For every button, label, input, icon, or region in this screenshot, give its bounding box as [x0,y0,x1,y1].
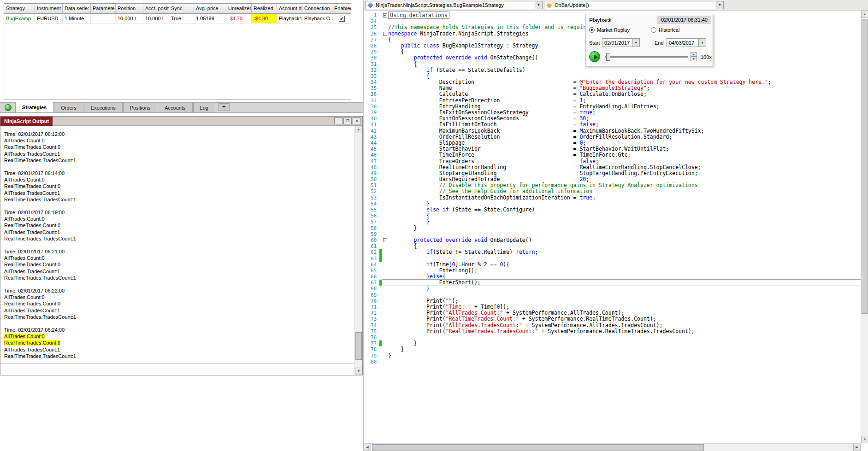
member-dropdown[interactable]: OnBarUpdate() ▼ [544,1,724,9]
scroll-left-icon[interactable]: ◀ [364,444,371,451]
output-scrollbar[interactable]: ▲ ▼ [354,126,362,375]
tab-log[interactable]: Log [193,103,215,112]
enabled-checkbox[interactable]: ✔ [339,16,345,22]
grid-cell[interactable]: BugExamp [4,14,35,23]
scroll-down-icon[interactable]: ▼ [861,436,868,443]
output-titlebar[interactable]: NinjaScript Output ─ ❐ ✕ [0,117,362,126]
scroll-thumb[interactable] [862,19,868,314]
grid-column-header[interactable]: Data serie: [63,4,91,14]
grid-cell[interactable]: 1 Minute [63,14,91,23]
code-line[interactable]: 77 } [364,340,861,346]
grid-cell[interactable]: -$4.70 [226,14,252,23]
grid-column-header[interactable]: Unrealized [226,4,252,14]
code-line[interactable]: 76 [364,334,861,340]
fold-toggle-icon[interactable]: - [382,31,388,37]
grid-cell[interactable]: 10,000 L [116,14,143,23]
grid-column-header[interactable]: Connection [302,4,332,14]
code-editor[interactable]: 1+Using declarations2425//This namespace… [364,11,861,443]
grid-cell[interactable]: 10,000 L [143,14,169,23]
fold-margin [382,49,388,55]
fold-toggle-icon[interactable]: + [382,12,388,18]
code-line[interactable]: 60- protected override void OnBarUpdate(… [364,237,861,243]
start-date-dropdown[interactable]: 02/01/2017 ▼ [602,38,640,47]
speed-slider-thumb[interactable] [606,53,610,61]
grid-cell[interactable] [91,14,116,23]
strategies-panel: StrategyInstrumentData serie:ParameterPo… [0,0,363,451]
tab-strategies[interactable]: Strategies [15,102,53,112]
line-number: 36 [364,91,379,97]
grid-cell[interactable]: True [169,14,194,23]
grid-column-header[interactable]: Account dis [277,4,302,14]
grid-column-header[interactable]: Strategy [4,4,35,14]
line-number: 64 [364,262,379,268]
restore-icon[interactable]: ❐ [343,117,352,124]
end-date-dropdown[interactable]: 04/03/2017 ▼ [667,38,706,47]
code-line[interactable]: 58 } [364,225,861,231]
spinner-up-icon[interactable]: ▲ [691,52,697,57]
code-line[interactable]: 67 EnterShort(); [364,280,861,286]
grid-cell[interactable]: Playback C [302,14,332,23]
code-line[interactable]: 53 IsInstantiatedOnEachOptimizationItera… [364,195,861,201]
tab-positions[interactable]: Positions [123,103,158,112]
playback-speed: 100x [701,54,712,60]
tab-orders[interactable]: Orders [54,103,83,112]
fold-margin [382,182,388,188]
grid-column-header[interactable]: Avg. price [194,4,226,14]
tab-executions[interactable]: Executions [84,103,123,112]
grid-cell[interactable]: EURUSD [35,14,63,23]
code-line[interactable]: 80 [364,359,861,365]
grid-cell[interactable]: ✔ [332,14,351,23]
chevron-down-icon[interactable]: ▼ [698,39,706,47]
grid-column-header[interactable]: Realized [252,4,277,14]
grid-column-header[interactable]: Acct. positi [143,4,169,14]
grid-column-header[interactable]: Parameter [91,4,116,14]
chevron-down-icon[interactable]: ▼ [535,1,542,9]
grid-cell[interactable]: 1.05199 [194,14,226,23]
market-replay-radio[interactable]: Market Replay [589,27,630,33]
fold-toggle-icon[interactable]: - [382,237,388,243]
line-number: 24 [364,18,379,24]
code-line[interactable]: 57 } [364,219,861,225]
speed-slider-track[interactable] [605,56,688,58]
code-line[interactable]: 55 else if (State == State.Configure) [364,207,861,213]
code-line[interactable]: 62 if(State != State.Realtime) return; [364,249,861,255]
editor-vscrollbar[interactable]: ▲ ▼ [861,11,868,443]
code-line[interactable]: 78 } [364,346,861,352]
editor-hscrollbar[interactable]: ◀ ▶ [364,443,861,451]
grid-data-row[interactable]: BugExampEURUSD1 Minute10,000 L10,000 LTr… [4,14,351,23]
code-line[interactable]: 68 } [364,286,861,292]
scroll-right-icon[interactable]: ▶ [853,444,861,451]
grid-column-header[interactable]: Enabled [332,4,351,14]
grid-column-header[interactable]: Position [116,4,143,14]
output-text[interactable]: Time: 02/01/2017 06:12:00AllTrades.Count… [4,131,352,375]
code-line[interactable]: 79} [364,353,861,359]
scroll-thumb[interactable] [372,444,704,451]
add-tab-button[interactable]: + [218,103,230,111]
minimize-icon[interactable]: ─ [334,117,342,124]
chevron-down-icon[interactable]: ▼ [632,39,639,47]
close-icon[interactable]: ✕ [353,117,361,124]
grid-cell[interactable]: Playback1( [277,14,302,23]
code-line[interactable]: 56 { [364,213,861,219]
fold-margin [382,268,388,274]
scroll-up-icon[interactable]: ▲ [355,126,362,133]
speed-spinner[interactable]: ▲ ▼ [691,52,697,61]
play-button[interactable] [589,51,600,62]
chevron-down-icon[interactable]: ▼ [716,1,723,9]
scroll-thumb[interactable] [355,332,362,360]
code-line[interactable]: 75 Print("RealTimeTrades.TradesCount:" +… [364,328,861,334]
line-number: 72 [364,310,379,316]
grid-column-header[interactable]: Instrument [35,4,63,14]
historical-radio[interactable]: Historical [651,27,679,33]
scroll-up-icon[interactable]: ▲ [861,11,868,18]
radio-label: Market Replay [597,27,630,33]
scroll-down-icon[interactable]: ▼ [355,368,362,375]
grid-column-header[interactable]: Sync [169,4,194,14]
type-dropdown[interactable]: NinjaTrader.NinjaScript.Strategies.BugEx… [365,1,543,9]
output-line: RealTimeTrades.Count:0 [4,261,352,268]
code-line[interactable]: 32 if (State == State.SetDefaults) [364,67,861,73]
line-number: 49 [364,170,379,176]
spinner-down-icon[interactable]: ▼ [691,57,697,61]
grid-cell[interactable]: -$4.80 [252,14,277,23]
tab-accounts[interactable]: Accounts [158,103,192,112]
